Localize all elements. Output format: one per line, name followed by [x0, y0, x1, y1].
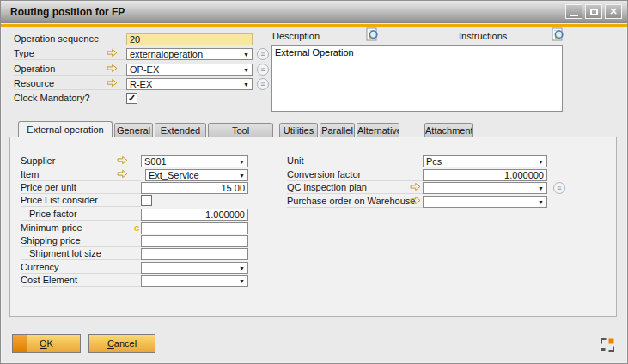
- shipping-price-input[interactable]: [141, 235, 248, 247]
- expand-text-icon[interactable]: [366, 27, 379, 41]
- link-arrow-icon[interactable]: [410, 196, 421, 205]
- list-menu-icon[interactable]: ≡: [257, 48, 269, 60]
- description-label: Description: [272, 31, 320, 41]
- tab-parallel[interactable]: Parallel: [320, 123, 355, 137]
- list-menu-icon[interactable]: ≡: [257, 78, 269, 90]
- description-textarea[interactable]: External Operation: [271, 46, 563, 112]
- clock-mandatory-label: Clock Mandatory?: [14, 92, 126, 105]
- dropdown-arrow-icon: ▼: [239, 265, 245, 271]
- list-menu-icon[interactable]: ≡: [553, 182, 565, 194]
- title-bar[interactable]: Routing position for FP ✕: [1, 1, 627, 23]
- operation-value: OP-EX: [130, 64, 159, 75]
- qc-inspection-plan-row: QC inspection plan ▼ ≡: [287, 181, 570, 194]
- tab-attachments[interactable]: Attachments: [424, 123, 473, 137]
- qc-inspection-plan-dropdown[interactable]: ▼: [423, 182, 547, 194]
- tab-strip: External operation General Extended Tool…: [18, 121, 474, 137]
- cost-element-row: Cost Element ▼: [21, 274, 249, 287]
- tab-extended[interactable]: Extended: [155, 123, 206, 137]
- cancel-button[interactable]: Cancel: [88, 334, 155, 353]
- minimum-price-row: Minimum price C: [21, 221, 249, 234]
- minimum-price-input[interactable]: [141, 222, 248, 234]
- conversion-factor-input[interactable]: [423, 169, 547, 181]
- unit-dropdown[interactable]: Pcs ▼: [423, 155, 547, 167]
- routing-position-dialog: Routing position for FP ✕ Operation sequ…: [0, 0, 628, 364]
- resource-value: R-EX: [130, 79, 152, 89]
- operation-sequence-label: Operation sequence: [14, 33, 126, 46]
- price-factor-row: Price factor: [21, 208, 249, 221]
- item-value: Ext_Service: [149, 170, 199, 180]
- ok-button-label: OK: [40, 338, 53, 349]
- link-arrow-icon[interactable]: [107, 48, 118, 58]
- minimize-icon: [570, 15, 578, 16]
- operation-dropdown[interactable]: OP-EX ▼: [126, 64, 253, 76]
- expand-text-icon[interactable]: [552, 27, 564, 41]
- tab-utilities[interactable]: Utilities: [279, 123, 318, 137]
- price-per-unit-row: Price per unit: [21, 181, 249, 194]
- conversion-factor-row: Conversion factor: [287, 168, 549, 181]
- price-list-consider-row: Price List consider: [21, 194, 249, 207]
- dropdown-arrow-icon: ▼: [538, 199, 544, 205]
- dropdown-arrow-icon: ▼: [239, 173, 245, 179]
- item-label: Item: [21, 168, 141, 181]
- resize-grip-icon[interactable]: [601, 338, 614, 352]
- supplier-value: S001: [144, 156, 167, 167]
- qc-inspection-plan-label: QC inspection plan: [287, 181, 423, 194]
- operation-row: Operation OP-EX ▼ ≡: [14, 63, 271, 76]
- ok-button[interactable]: OK: [12, 334, 81, 353]
- maximize-icon: [590, 9, 598, 15]
- price-list-consider-label: Price List consider: [21, 194, 141, 207]
- type-row: Type externaloperation ▼ ≡: [14, 47, 271, 61]
- minimize-button[interactable]: [565, 4, 582, 19]
- price-factor-input[interactable]: [141, 209, 248, 221]
- dropdown-arrow-icon: ▼: [243, 67, 249, 73]
- price-per-unit-input[interactable]: [141, 182, 248, 194]
- price-per-unit-label: Price per unit: [21, 181, 141, 194]
- po-warehouse-dropdown[interactable]: ▼: [423, 196, 547, 208]
- po-warehouse-row: Purchase order on Warehouse ▼: [287, 195, 549, 208]
- item-row: Item Ext_Service ▼: [21, 168, 249, 181]
- link-arrow-icon[interactable]: [117, 155, 128, 165]
- price-list-consider-checkbox[interactable]: [141, 195, 152, 206]
- cost-element-dropdown[interactable]: ▼: [141, 275, 248, 287]
- shipping-price-label: Shipping price: [21, 234, 141, 247]
- link-arrow-icon[interactable]: [107, 78, 118, 88]
- accent-strip: [1, 24, 627, 27]
- shipment-lot-size-input[interactable]: [141, 248, 248, 260]
- currency-dropdown[interactable]: ▼: [141, 262, 248, 274]
- dropdown-arrow-icon: ▼: [538, 185, 544, 191]
- close-icon: ✕: [609, 7, 617, 16]
- tab-panel: Supplier S001 ▼ Item Ext_Service ▼ Price…: [9, 136, 617, 317]
- supplier-label: Supplier: [21, 155, 141, 167]
- link-arrow-icon[interactable]: [107, 64, 118, 73]
- currency-row: Currency ▼: [21, 261, 249, 274]
- supplier-row: Supplier S001 ▼: [21, 155, 249, 167]
- dropdown-arrow-icon: ▼: [239, 278, 245, 284]
- tab-tool[interactable]: Tool: [208, 123, 273, 137]
- cost-element-label: Cost Element: [21, 274, 141, 287]
- dropdown-arrow-icon: ▼: [243, 82, 249, 88]
- type-dropdown[interactable]: externaloperation ▼: [126, 48, 253, 60]
- close-button[interactable]: ✕: [605, 4, 622, 19]
- tab-alternative[interactable]: Alternative: [357, 123, 399, 137]
- minimum-price-label: Minimum price: [21, 221, 141, 234]
- link-arrow-icon[interactable]: [117, 169, 128, 179]
- po-warehouse-label: Purchase order on Warehouse: [287, 195, 423, 208]
- unit-label: Unit: [287, 155, 423, 167]
- item-dropdown[interactable]: Ext_Service ▼: [145, 169, 248, 181]
- operation-sequence-input[interactable]: [126, 33, 253, 46]
- list-menu-icon[interactable]: ≡: [257, 64, 269, 76]
- operation-sequence-row: Operation sequence: [14, 33, 253, 46]
- conversion-factor-label: Conversion factor: [287, 168, 423, 181]
- ok-button-accent: [13, 335, 27, 352]
- tab-general[interactable]: General: [114, 123, 153, 137]
- supplier-dropdown[interactable]: S001 ▼: [141, 155, 248, 167]
- clock-mandatory-checkbox[interactable]: ✓: [126, 93, 137, 104]
- link-arrow-icon[interactable]: [410, 182, 421, 191]
- resource-dropdown[interactable]: R-EX ▼: [126, 78, 253, 90]
- unit-value: Pcs: [426, 156, 442, 167]
- cancel-button-label: Cancel: [107, 338, 137, 349]
- currency-label: Currency: [21, 261, 141, 274]
- tab-external-operation[interactable]: External operation: [18, 121, 113, 137]
- window-title: Routing position for FP: [10, 6, 125, 18]
- maximize-button[interactable]: [585, 4, 602, 19]
